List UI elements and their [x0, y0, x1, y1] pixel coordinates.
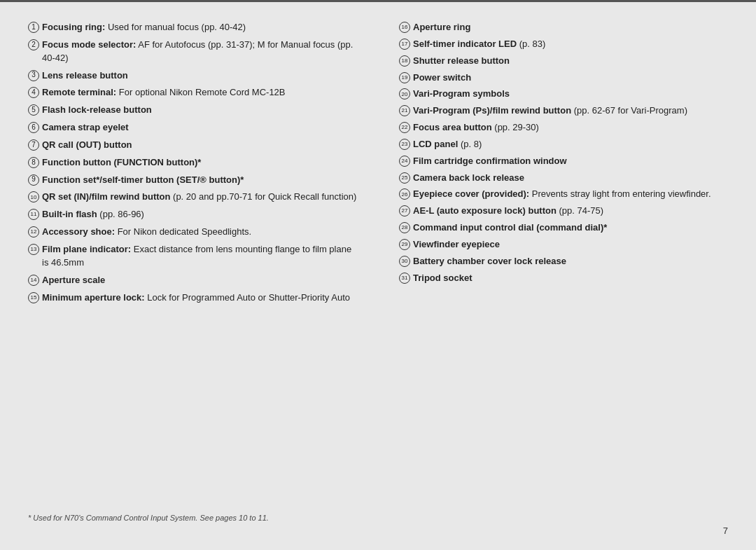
list-item: 13Film plane indicator: Exact distance f… [28, 243, 357, 270]
item-number: 10 [28, 191, 39, 202]
item-text: Tripod socket [413, 272, 728, 285]
list-item: 1Focusing ring: Used for manual focus (p… [28, 21, 357, 34]
item-number: 20 [399, 88, 410, 99]
item-bold-label: AE-L (auto exposure lock) button [413, 205, 556, 216]
item-text: Function set*/self-timer button (SET/® b… [42, 174, 357, 187]
item-text: Focus area button (pp. 29-30) [413, 121, 728, 135]
item-text: Accessory shoe: For Nikon dedicated Spee… [42, 226, 357, 239]
item-bold-label: Command input control dial (command dial… [413, 222, 607, 233]
item-number: 21 [399, 105, 410, 116]
item-number: 14 [28, 275, 39, 286]
list-item: 19Power switch [399, 71, 728, 85]
item-text: Viewfinder eyepiece [413, 238, 728, 252]
item-number: 15 [28, 292, 39, 303]
list-item: 30Battery chamber cover lock release [399, 255, 728, 268]
item-number: 7 [28, 139, 39, 151]
item-number: 24 [399, 156, 410, 167]
top-border [0, 0, 756, 2]
item-bold-label: Lens release button [42, 70, 128, 81]
item-text: Camera back lock release [413, 172, 728, 185]
item-number: 2 [28, 39, 39, 50]
list-item: 17Self-timer indicator LED (p. 83) [399, 38, 728, 51]
item-bold-label: Focus mode selector: [42, 39, 136, 50]
item-bold-label: Function button (FUNCTION button)* [42, 157, 201, 167]
item-bold-label: Self-timer indicator LED [413, 39, 517, 49]
item-number: 11 [28, 209, 39, 220]
list-item: 10QR set (IN)/film rewind button (p. 20 … [28, 191, 357, 204]
item-bold-label: Eyepiece cover (provided): [413, 188, 529, 199]
item-number: 13 [28, 244, 39, 255]
item-bold-label: Power switch [413, 72, 471, 83]
item-number: 27 [399, 205, 410, 216]
item-bold-label: Minimum aperture lock: [42, 292, 145, 303]
item-bold-label: QR call (OUT) button [42, 139, 132, 150]
item-text: Lens release button [42, 69, 357, 83]
list-item: 29Viewfinder eyepiece [399, 238, 728, 252]
list-item: 23LCD panel (p. 8) [399, 138, 728, 151]
item-bold-label: Accessory shoe: [42, 226, 115, 237]
item-bold-label: Flash lock-release button [42, 104, 152, 115]
item-bold-label: Battery chamber cover lock release [413, 256, 566, 266]
item-text: Function button (FUNCTION button)* [42, 156, 357, 170]
list-item: 28Command input control dial (command di… [399, 221, 728, 235]
item-bold-label: Tripod socket [413, 273, 472, 283]
item-number: 29 [399, 239, 410, 250]
item-number: 26 [399, 188, 410, 200]
page-number: 7 [723, 525, 728, 536]
list-item: 7QR call (OUT) button [28, 139, 357, 152]
item-text: Vari-Program (Ps)/film rewind button (pp… [413, 104, 728, 118]
item-text: Focus mode selector: AF for Autofocus (p… [42, 39, 357, 65]
item-text: Self-timer indicator LED (p. 83) [413, 38, 728, 51]
item-text: Command input control dial (command dial… [413, 221, 728, 235]
item-number: 9 [28, 174, 39, 186]
item-number: 6 [28, 122, 39, 133]
list-item: 18Shutter release button [399, 55, 728, 68]
item-text: Remote terminal: For optional Nikon Remo… [42, 86, 357, 99]
list-item: 24Film cartridge confirmation window [399, 155, 728, 168]
item-text: Flash lock-release button [42, 104, 357, 117]
item-bold-label: Camera strap eyelet [42, 122, 129, 132]
item-number: 22 [399, 122, 410, 133]
item-bold-label: Focusing ring: [42, 22, 105, 32]
list-item: 31Tripod socket [399, 272, 728, 285]
left-column: 1Focusing ring: Used for manual focus (p… [28, 21, 371, 501]
item-number: 17 [399, 39, 410, 50]
item-number: 18 [399, 55, 410, 67]
item-bold-label: Film plane indicator: [42, 244, 131, 254]
list-item: 8Function button (FUNCTION button)* [28, 156, 357, 170]
item-text: Film cartridge confirmation window [413, 155, 728, 168]
list-item: 26Eyepiece cover (provided): Prevents st… [399, 188, 728, 201]
list-item: 11Built-in flash (pp. 86-96) [28, 208, 357, 221]
item-bold-label: Camera back lock release [413, 172, 524, 183]
list-item: 5Flash lock-release button [28, 104, 357, 117]
item-number: 4 [28, 87, 39, 98]
item-text: Focusing ring: Used for manual focus (pp… [42, 21, 357, 34]
item-bold-label: QR set (IN)/film rewind button [42, 191, 170, 202]
item-bold-label: Vari-Program (Ps)/film rewind button [413, 105, 571, 116]
page-content: 1Focusing ring: Used for manual focus (p… [0, 0, 756, 550]
item-text: QR call (OUT) button [42, 139, 357, 152]
item-number: 23 [399, 139, 410, 150]
list-item: 22Focus area button (pp. 29-30) [399, 121, 728, 135]
item-text: Vari-Program symbols [413, 88, 728, 101]
list-item: 3Lens release button [28, 69, 357, 83]
list-item: 14Aperture scale [28, 274, 357, 287]
item-text: QR set (IN)/film rewind button (p. 20 an… [42, 191, 357, 204]
item-text: Aperture scale [42, 274, 357, 287]
list-item: 16Aperture ring [399, 21, 728, 34]
list-item: 6Camera strap eyelet [28, 121, 357, 135]
item-text: Minimum aperture lock: Lock for Programm… [42, 291, 357, 305]
item-bold-label: Focus area button [413, 122, 492, 132]
item-text: Battery chamber cover lock release [413, 255, 728, 268]
item-number: 16 [399, 22, 410, 33]
list-item: 12Accessory shoe: For Nikon dedicated Sp… [28, 226, 357, 239]
item-text: Built-in flash (pp. 86-96) [42, 208, 357, 221]
item-bold-label: Remote terminal: [42, 87, 116, 97]
item-bold-label: Built-in flash [42, 209, 97, 219]
item-number: 30 [399, 256, 410, 267]
item-number: 28 [399, 222, 410, 233]
item-bold-label: Film cartridge confirmation window [413, 156, 567, 166]
item-bold-label: LCD panel [413, 139, 458, 149]
item-text: Power switch [413, 71, 728, 85]
item-text: Camera strap eyelet [42, 121, 357, 135]
